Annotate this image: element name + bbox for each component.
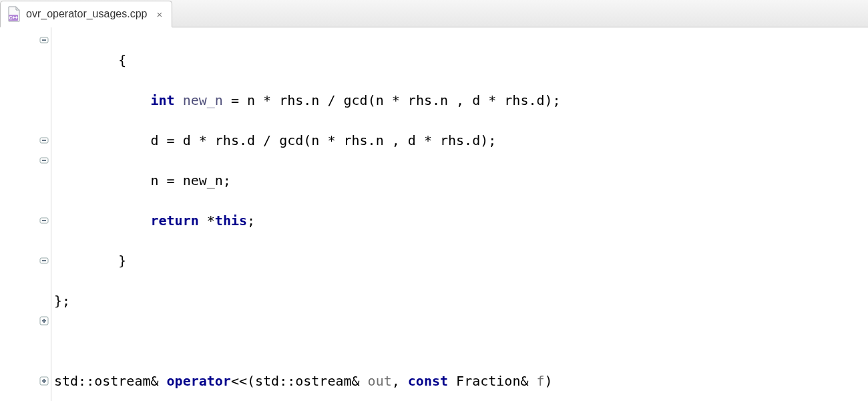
fold-collapse-icon[interactable] bbox=[38, 215, 50, 227]
fold-collapse-icon[interactable] bbox=[38, 34, 50, 46]
param: out bbox=[368, 373, 392, 389]
file-tab[interactable]: C++ ovr_operator_usages.cpp × bbox=[0, 1, 172, 27]
code-text: ) bbox=[545, 373, 553, 389]
code-text: Fraction& bbox=[448, 373, 536, 389]
code-text: d = d * rhs.d / gcd(n * rhs.n , d * rhs.… bbox=[54, 132, 496, 148]
code-text bbox=[175, 92, 183, 108]
code-area[interactable]: { int new_n = n * rhs.n / gcd(n * rhs.n … bbox=[51, 27, 868, 401]
tab-filename: ovr_operator_usages.cpp bbox=[26, 8, 147, 20]
left-margin bbox=[0, 27, 37, 401]
code-text: = n * rhs.n / gcd(n * rhs.n , d * rhs.d)… bbox=[223, 92, 561, 108]
identifier: new_n bbox=[183, 92, 223, 108]
fold-expand-icon[interactable] bbox=[38, 315, 50, 327]
param: f bbox=[537, 373, 545, 389]
code-text: n = new_n; bbox=[54, 172, 231, 188]
code-text bbox=[54, 92, 151, 108]
keyword: this bbox=[215, 213, 247, 229]
fold-expand-icon[interactable] bbox=[38, 375, 50, 387]
code-text: ; bbox=[247, 213, 255, 229]
code-text: } bbox=[54, 253, 126, 269]
fold-end-icon[interactable] bbox=[38, 154, 50, 166]
fold-end-icon[interactable] bbox=[38, 134, 50, 146]
cpp-file-icon: C++ bbox=[7, 7, 21, 21]
keyword: const bbox=[408, 373, 448, 389]
fold-gutter bbox=[37, 27, 51, 401]
editor: { int new_n = n * rhs.n / gcd(n * rhs.n … bbox=[0, 27, 868, 401]
code-text: }; bbox=[54, 293, 70, 309]
keyword: operator bbox=[167, 373, 231, 389]
code-text: { bbox=[54, 52, 126, 68]
tab-bar: C++ ovr_operator_usages.cpp × bbox=[0, 0, 868, 27]
code-text: <<(std::ostream& bbox=[231, 373, 368, 389]
code-text bbox=[54, 213, 151, 229]
keyword: return bbox=[151, 213, 199, 229]
keyword: int bbox=[151, 92, 175, 108]
svg-text:C++: C++ bbox=[9, 15, 17, 20]
code-text: * bbox=[199, 213, 215, 229]
code-text: std::ostream& bbox=[54, 373, 167, 389]
close-icon[interactable]: × bbox=[156, 9, 162, 20]
fold-end-icon[interactable] bbox=[38, 255, 50, 267]
code-text: , bbox=[392, 373, 408, 389]
